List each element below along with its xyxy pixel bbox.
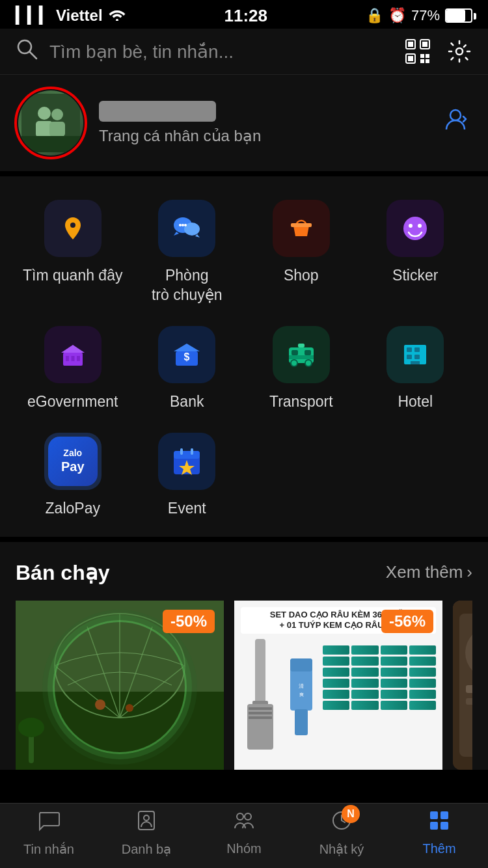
chatroom-label: Phòngtrò chuyện — [152, 266, 223, 305]
svg-point-65 — [95, 699, 105, 710]
svg-rect-49 — [414, 355, 420, 359]
svg-rect-11 — [420, 59, 424, 63]
svg-rect-4 — [408, 42, 413, 47]
trending-section: Bán chạy Xem thêm › — [0, 542, 488, 770]
svg-rect-84 — [466, 698, 472, 705]
svg-rect-41 — [289, 355, 314, 359]
chatroom-icon — [158, 200, 215, 257]
discount-badge-1: -50% — [163, 610, 215, 633]
services-section: Tìm quanh đây Phòngtrò chuyện — [0, 176, 488, 542]
contacts-label: Danh bạ — [122, 841, 172, 857]
svg-rect-77 — [295, 709, 308, 735]
svg-rect-46 — [407, 347, 412, 352]
svg-line-63 — [120, 627, 152, 718]
egovernment-icon — [44, 326, 102, 383]
diary-label: Nhật ký — [319, 841, 364, 857]
profile-info: Trang cá nhân của bạn — [99, 101, 426, 145]
nav-groups[interactable]: Nhóm — [195, 809, 293, 856]
service-hotel[interactable]: Hotel — [359, 326, 473, 412]
svg-rect-39 — [291, 350, 298, 355]
product-image-3 — [453, 601, 472, 770]
signal-bars: ▎▎▎ — [16, 7, 51, 25]
svg-rect-48 — [407, 355, 412, 359]
see-more-label: Xem thêm — [386, 562, 463, 582]
service-nearby[interactable]: Tìm quanh đây — [16, 200, 130, 305]
svg-point-42 — [291, 360, 297, 366]
service-chatroom[interactable]: Phòngtrò chuyện — [130, 200, 245, 305]
status-icons: 🔒 ⏰ 77% — [366, 7, 472, 24]
svg-line-60 — [55, 666, 120, 718]
service-transport[interactable]: Transport — [244, 326, 359, 412]
hotel-label: Hotel — [398, 392, 433, 412]
svg-point-31 — [418, 224, 422, 228]
chevron-right-icon: › — [467, 562, 472, 582]
groups-label: Nhóm — [226, 841, 261, 856]
service-sticker[interactable]: Sticker — [359, 200, 473, 305]
svg-rect-35 — [77, 356, 80, 361]
contacts-icon — [135, 809, 158, 837]
bank-label: Bank — [170, 392, 204, 412]
svg-rect-12 — [426, 59, 429, 63]
svg-rect-54 — [191, 448, 193, 455]
avatar-wrap[interactable] — [18, 90, 83, 156]
status-bar: ▎▎▎ Viettel 11:28 🔒 ⏰ 77% — [0, 0, 488, 29]
svg-rect-6 — [422, 42, 427, 47]
profile-section[interactable]: Trang cá nhân của bạn — [0, 75, 488, 176]
settings-icon[interactable] — [446, 38, 472, 64]
svg-rect-90 — [430, 811, 438, 819]
qr-code-icon[interactable] — [405, 38, 431, 64]
hotel-icon — [386, 326, 444, 383]
svg-rect-28 — [291, 223, 312, 227]
battery-icon — [445, 8, 472, 23]
trending-title: Bán chạy — [16, 560, 109, 585]
sticker-label: Sticker — [392, 266, 438, 286]
wifi-icon — [108, 7, 126, 25]
service-event[interactable]: Event — [130, 433, 245, 519]
transport-icon — [273, 326, 330, 383]
status-time: 11:28 — [224, 6, 268, 26]
more-label: Thêm — [422, 841, 455, 856]
nav-diary[interactable]: N Nhật ký — [293, 809, 390, 857]
svg-rect-74 — [249, 716, 272, 719]
shop-label: Shop — [284, 266, 319, 286]
search-icon[interactable] — [16, 38, 38, 65]
product-card-2[interactable]: SET DAO CẠO RÂU KÈM 36 LƯỠI+ 01 TUÝP KEM… — [234, 601, 442, 770]
service-egovernment[interactable]: eGovernment — [16, 326, 130, 412]
nav-more[interactable]: Thêm — [390, 809, 488, 856]
shop-icon — [273, 200, 330, 257]
svg-text:$: $ — [184, 351, 190, 362]
service-bank[interactable]: $ Bank — [130, 326, 245, 412]
bottom-nav: Tin nhắn Danh bạ Nhóm — [0, 803, 488, 868]
service-zalopay[interactable]: Zalo Pay ZaloPay — [16, 433, 130, 519]
service-shop[interactable]: Shop — [244, 200, 359, 305]
svg-rect-71 — [247, 704, 273, 750]
svg-point-66 — [126, 704, 133, 712]
carrier-name: Viettel — [56, 7, 103, 25]
nav-messages[interactable]: Tin nhắn — [0, 809, 98, 857]
trending-header: Bán chạy Xem thêm › — [16, 560, 472, 585]
product-card-3[interactable] — [453, 601, 472, 770]
svg-rect-44 — [298, 344, 305, 347]
products-row: -50% SET DAO CẠO RÂU KÈM 36 LƯỠI+ 01 TUÝ… — [16, 601, 472, 770]
svg-line-2 — [30, 52, 36, 59]
event-label: Event — [168, 499, 206, 519]
search-actions — [405, 38, 472, 64]
bank-icon: $ — [158, 326, 215, 383]
product-card-1[interactable]: -50% — [16, 601, 224, 770]
see-more-button[interactable]: Xem thêm › — [386, 562, 472, 582]
svg-rect-34 — [71, 356, 74, 361]
svg-rect-52 — [174, 451, 200, 459]
svg-point-0 — [116, 19, 118, 21]
event-icon — [158, 433, 215, 490]
svg-text:爽: 爽 — [299, 692, 304, 697]
profile-switch-icon[interactable] — [441, 106, 470, 141]
svg-rect-40 — [305, 350, 311, 355]
svg-point-86 — [144, 815, 149, 821]
lock-icon: 🔒 — [366, 7, 383, 24]
svg-point-13 — [456, 48, 463, 55]
search-input[interactable]: Tìm bạn bè, tin nhắn... — [49, 41, 393, 62]
svg-line-61 — [87, 627, 120, 718]
svg-point-30 — [409, 224, 413, 228]
svg-point-25 — [179, 224, 182, 226]
nav-contacts[interactable]: Danh bạ — [98, 809, 195, 857]
